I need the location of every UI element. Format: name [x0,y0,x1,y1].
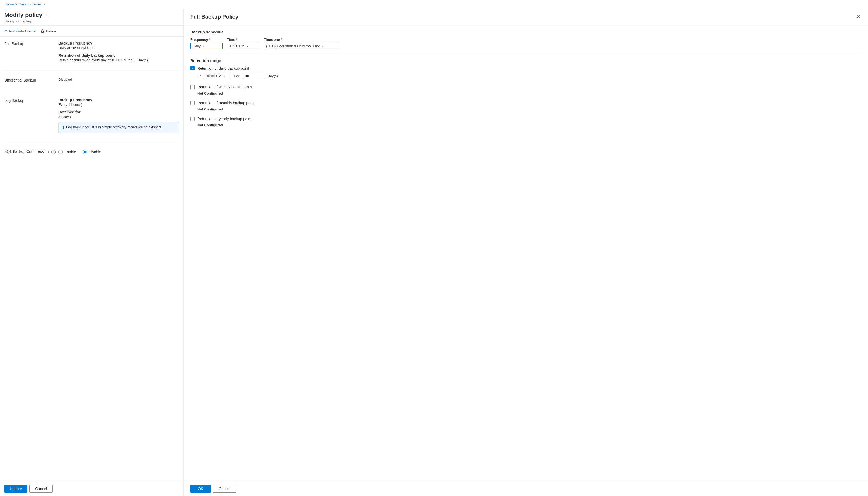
weekly-not-configured: Not Configured [197,91,862,95]
daily-at-chevron: ▾ [224,75,225,77]
monthly-retention-header: Retention of monthly backup point [190,101,862,105]
weekly-retention-item: Retention of weekly backup point Not Con… [190,85,862,95]
daily-retention-config: At 10:30 PM ▾ For 30 Day(s) [197,73,862,79]
breadcrumb-backup-center[interactable]: Backup center [19,2,41,6]
frequency-required: * [209,37,210,42]
frequency-group: Frequency * Daily ▾ [190,37,223,49]
schedule-form-row: Frequency * Daily ▾ Time * 10:30 PM [190,37,862,49]
daily-checkbox[interactable]: ✓ [190,66,195,71]
breadcrumb-sep1: > [15,2,17,6]
log-freq-title: Backup Frequency [58,98,179,102]
log-retained-value: 30 days [58,115,179,119]
weekly-retention-header: Retention of weekly backup point [190,85,862,89]
backup-freq-title: Backup Frequency [58,41,179,45]
time-select[interactable]: 10:30 PM ▾ [227,43,259,49]
toolbar: ≡ Associated items 🗑 Delete [0,26,183,36]
log-freq-value: Every 1 hour(s) [58,103,179,107]
log-backup-label: Log Backup [4,98,58,134]
page-title-row: Modify policy ··· [4,12,179,19]
full-backup-section: Full Backup Backup Frequency Daily at 10… [4,41,179,70]
panel-header: Full Backup Policy ✕ [184,9,868,24]
right-cancel-button[interactable]: Cancel [213,485,236,493]
left-header: Modify policy ··· HourlyLogBackup [0,9,183,26]
panel-content: Backup schedule Frequency * Daily ▾ Time [184,24,868,481]
delete-icon: 🗑 [41,29,44,33]
daily-at-value: 10:30 PM [206,74,221,78]
right-panel: Full Backup Policy ✕ Backup schedule Fre… [184,9,868,496]
timezone-group: Timezone * (UTC) Coordinated Universal T… [264,37,340,49]
monthly-not-configured: Not Configured [197,107,862,111]
differential-status: Disabled [58,77,179,81]
close-button[interactable]: ✕ [855,13,862,21]
differential-backup-label: Differential Backup [4,77,58,82]
time-label: Time * [227,37,259,42]
backup-freq-value: Daily at 10:30 PM UTC [58,46,179,50]
update-button[interactable]: Update [4,485,27,493]
retention-daily-value: Retain backup taken every day at 10:30 P… [58,58,179,62]
daily-at-select[interactable]: 10:30 PM ▾ [204,73,231,79]
enable-label: Enable [64,150,76,154]
backup-schedule-heading: Backup schedule [190,30,862,34]
daily-retention-label: Retention of daily backup point [197,66,249,71]
list-icon: ≡ [5,29,7,33]
panel-title: Full Backup Policy [190,14,238,20]
sql-compression-section: SQL Backup Compression i Enable Disable [4,149,179,162]
breadcrumb-home[interactable]: Home [4,2,14,6]
sql-compression-details: Enable Disable [58,149,179,154]
for-label: For [234,74,239,78]
monthly-checkbox[interactable] [190,101,195,105]
daily-for-input[interactable]: 30 [243,73,264,79]
monthly-retention-label: Retention of monthly backup point [197,101,255,105]
frequency-label: Frequency * [190,37,223,42]
more-options-button[interactable]: ··· [45,12,49,18]
differential-backup-details: Disabled [58,77,179,82]
time-chevron: ▾ [247,45,248,47]
yearly-checkbox[interactable] [190,117,195,121]
frequency-chevron: ▾ [203,45,204,47]
yearly-not-configured: Not Configured [197,123,862,127]
left-cancel-button[interactable]: Cancel [29,485,53,493]
disable-radio[interactable] [83,150,87,154]
weekly-retention-label: Retention of weekly backup point [197,85,253,89]
yearly-retention-header: Retention of yearly backup point [190,117,862,121]
timezone-select[interactable]: (UTC) Coordinated Universal Time ▾ [264,43,340,49]
full-backup-label: Full Backup [4,41,58,62]
enable-radio-option[interactable]: Enable [58,150,76,154]
retention-range-heading: Retention range [190,58,862,63]
log-retained-title: Retained for [58,110,179,114]
compression-radio-group: Enable Disable [58,150,179,154]
enable-radio[interactable] [58,150,63,154]
left-footer: Update Cancel [0,481,183,496]
retention-daily-title: Retention of daily backup point [58,53,179,58]
retention-divider [190,54,862,54]
breadcrumb-sep2: > [43,2,45,6]
frequency-select[interactable]: Daily ▾ [190,43,223,49]
weekly-checkbox[interactable] [190,85,195,89]
timezone-required: * [281,37,282,42]
log-backup-details: Backup Frequency Every 1 hour(s) Retaine… [58,98,179,134]
daily-retention-item: ✓ Retention of daily backup point At 10:… [190,66,862,79]
log-info-text: Log backup for DBs in simple recovery mo… [66,125,162,129]
time-group: Time * 10:30 PM ▾ [227,37,259,49]
info-icon: ℹ [62,125,64,130]
yearly-retention-item: Retention of yearly backup point Not Con… [190,117,862,127]
differential-backup-section: Differential Backup Disabled [4,77,179,90]
panel-footer: OK Cancel [184,481,868,496]
sql-compression-label: SQL Backup Compression i [4,149,58,154]
at-label: At [197,74,200,78]
compression-info-icon[interactable]: i [51,150,56,154]
yearly-retention-label: Retention of yearly backup point [197,117,251,121]
delete-button[interactable]: 🗑 Delete [40,28,57,34]
associated-items-label: Associated items [9,29,35,33]
time-required: * [236,37,238,42]
log-backup-section: Log Backup Backup Frequency Every 1 hour… [4,98,179,141]
associated-items-button[interactable]: ≡ Associated items [4,28,36,34]
page-title: Modify policy [4,12,42,19]
timezone-label: Timezone * [264,37,340,42]
log-info-box: ℹ Log backup for DBs in simple recovery … [58,122,179,134]
timezone-chevron: ▾ [322,45,324,47]
timezone-value: (UTC) Coordinated Universal Time [266,44,320,48]
disable-radio-option[interactable]: Disable [83,150,101,154]
ok-button[interactable]: OK [190,485,211,493]
daily-retention-header: ✓ Retention of daily backup point [190,66,862,71]
